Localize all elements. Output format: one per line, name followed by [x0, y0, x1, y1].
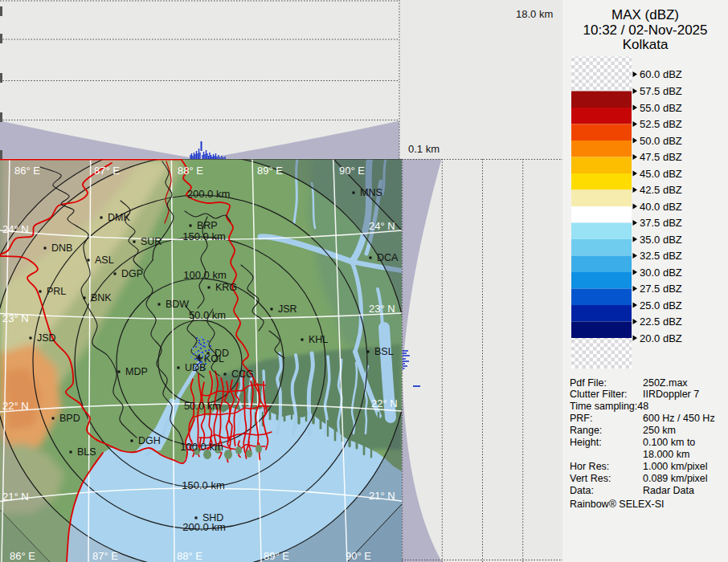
- svg-text:MDP: MDP: [125, 366, 148, 377]
- svg-text:55.0 dBZ: 55.0 dBZ: [640, 102, 682, 114]
- svg-text:Radar Data: Radar Data: [643, 485, 694, 496]
- svg-text:PRL: PRL: [47, 286, 66, 297]
- svg-text:MAX (dBZ): MAX (dBZ): [611, 7, 679, 22]
- svg-text:40.0 dBZ: 40.0 dBZ: [640, 201, 682, 213]
- svg-text:200.0 km: 200.0 km: [182, 521, 225, 533]
- svg-text:45.0 dBZ: 45.0 dBZ: [640, 168, 682, 180]
- svg-text:KOL: KOL: [204, 353, 224, 364]
- svg-text:50.0 km: 50.0 km: [184, 400, 221, 412]
- svg-text:IIRDoppler 7: IIRDoppler 7: [643, 389, 699, 400]
- svg-text:Time sampling:48: Time sampling:48: [570, 401, 648, 412]
- svg-text:87° E: 87° E: [92, 550, 118, 562]
- svg-text:Pdf File:: Pdf File:: [570, 377, 607, 389]
- svg-text:UDB: UDB: [185, 362, 206, 373]
- svg-text:DGP: DGP: [121, 268, 143, 279]
- svg-text:Vert Res:: Vert Res:: [570, 473, 611, 484]
- svg-text:24° N: 24° N: [2, 223, 29, 235]
- svg-text:47.5 dBZ: 47.5 dBZ: [640, 151, 682, 163]
- svg-text:0.1 km: 0.1 km: [408, 143, 440, 155]
- svg-text:32.5 dBZ: 32.5 dBZ: [640, 250, 682, 262]
- svg-text:37.5 dBZ: 37.5 dBZ: [640, 217, 682, 229]
- svg-text:250Z.max: 250Z.max: [643, 377, 688, 389]
- svg-text:100.0 km: 100.0 km: [180, 441, 223, 453]
- svg-text:25.0 dBZ: 25.0 dBZ: [640, 299, 682, 312]
- svg-text:89° E: 89° E: [264, 550, 289, 562]
- svg-text:0.100 km to: 0.100 km to: [643, 437, 695, 448]
- svg-text:30.0 dBZ: 30.0 dBZ: [640, 267, 682, 279]
- svg-text:22° N: 22° N: [371, 397, 398, 409]
- svg-text:23° N: 23° N: [2, 312, 29, 324]
- svg-text:57.5 dBZ: 57.5 dBZ: [640, 85, 682, 97]
- svg-text:PRF:: PRF:: [570, 413, 592, 424]
- svg-text:88° E: 88° E: [177, 550, 202, 562]
- svg-text:200.0 km: 200.0 km: [187, 188, 230, 200]
- svg-text:42.5 dBZ: 42.5 dBZ: [640, 184, 682, 196]
- svg-text:SUR: SUR: [141, 236, 162, 247]
- svg-text:Clutter Filter:: Clutter Filter:: [570, 389, 628, 400]
- svg-text:JSR: JSR: [278, 303, 297, 315]
- svg-text:21° N: 21° N: [369, 490, 395, 502]
- svg-text:23° N: 23° N: [369, 303, 395, 315]
- svg-text:86° E: 86° E: [14, 165, 40, 177]
- svg-text:MNS: MNS: [360, 187, 382, 198]
- svg-text:BNK: BNK: [91, 292, 112, 303]
- svg-text:Data:: Data:: [570, 485, 594, 496]
- svg-text:21° N: 21° N: [2, 491, 29, 503]
- svg-text:90° E: 90° E: [339, 165, 365, 177]
- svg-text:90° E: 90° E: [346, 550, 371, 562]
- svg-text:88° E: 88° E: [178, 165, 203, 177]
- svg-text:24° N: 24° N: [369, 220, 395, 232]
- svg-text:DNB: DNB: [51, 242, 72, 254]
- svg-text:60.0 dBZ: 60.0 dBZ: [640, 68, 682, 80]
- svg-text:DCA: DCA: [377, 252, 399, 263]
- svg-text:100.0 km: 100.0 km: [183, 269, 226, 281]
- svg-text:KRG: KRG: [215, 282, 237, 293]
- svg-text:BDW: BDW: [166, 299, 189, 310]
- svg-text:250 km: 250 km: [643, 425, 676, 436]
- svg-text:35.0 dBZ: 35.0 dBZ: [640, 234, 682, 246]
- svg-text:18.0 km: 18.0 km: [516, 8, 553, 20]
- svg-text:Height:: Height:: [570, 437, 602, 448]
- svg-text:Range:: Range:: [570, 425, 602, 436]
- svg-text:Kolkata: Kolkata: [623, 37, 669, 52]
- svg-text:87° E: 87° E: [94, 165, 120, 177]
- svg-text:50.0 km: 50.0 km: [189, 309, 226, 321]
- svg-text:CCG: CCG: [231, 369, 254, 380]
- svg-text:0.089 km/pixel: 0.089 km/pixel: [643, 473, 708, 484]
- svg-text:22.5 dBZ: 22.5 dBZ: [640, 316, 682, 328]
- svg-text:52.5 dBZ: 52.5 dBZ: [640, 118, 682, 130]
- svg-text:ASL: ASL: [95, 255, 114, 266]
- svg-text:BPD: BPD: [59, 413, 80, 424]
- svg-text:27.5 dBZ: 27.5 dBZ: [640, 283, 682, 295]
- svg-text:20.0 dBZ: 20.0 dBZ: [640, 332, 682, 344]
- svg-text:BSL: BSL: [374, 346, 394, 357]
- svg-text:50.0 dBZ: 50.0 dBZ: [640, 135, 682, 147]
- svg-text:Hor Res:: Hor Res:: [570, 461, 609, 472]
- svg-text:150.0 km: 150.0 km: [182, 230, 225, 242]
- svg-text:18.000 km: 18.000 km: [643, 449, 689, 460]
- svg-text:89° E: 89° E: [257, 165, 283, 177]
- svg-text:KHL: KHL: [309, 334, 328, 345]
- svg-text:150.0 km: 150.0 km: [182, 479, 224, 491]
- svg-text:1.000 km/pixel: 1.000 km/pixel: [643, 461, 708, 472]
- svg-text:JSD: JSD: [37, 332, 56, 344]
- svg-text:10:32 / 02-Nov-2025: 10:32 / 02-Nov-2025: [583, 22, 708, 38]
- svg-text:BLS: BLS: [77, 446, 96, 458]
- svg-text:DGH: DGH: [138, 435, 161, 446]
- svg-text:DMK: DMK: [108, 212, 130, 223]
- svg-text:Rainbow® SELEX-SI: Rainbow® SELEX-SI: [570, 499, 665, 510]
- svg-text:86° E: 86° E: [10, 550, 35, 562]
- svg-text:22° N: 22° N: [2, 400, 29, 412]
- svg-text:600 Hz / 450 Hz: 600 Hz / 450 Hz: [643, 413, 715, 424]
